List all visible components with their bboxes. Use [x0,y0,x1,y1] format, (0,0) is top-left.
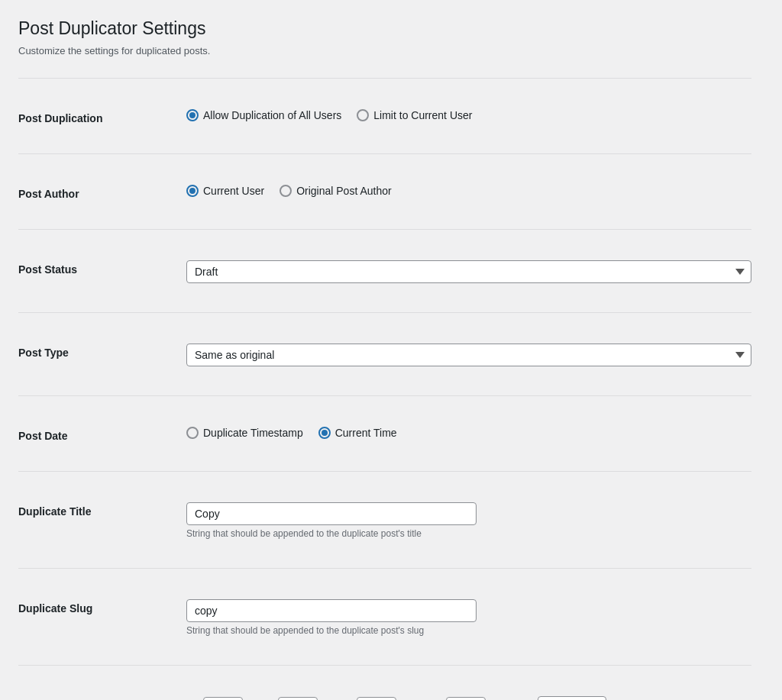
post-duplication-radio-group: Allow Duplication of All Users Limit to … [186,109,751,121]
post-author-control: Current User Original Post Author [186,185,751,197]
radio-limit-current[interactable]: Limit to Current User [357,109,472,121]
radio-allow-all[interactable]: Allow Duplication of All Users [186,109,341,121]
divider-6 [18,568,751,569]
radio-original-author-label: Original Post Author [296,185,392,197]
post-author-label: Post Author [18,185,186,200]
post-date-label: Post Date [18,427,186,442]
post-status-control: Draft Published Pending Review Private [186,260,751,283]
post-status-select[interactable]: Draft Published Pending Review Private [186,260,751,283]
post-type-label: Post Type [18,344,186,359]
duplicate-slug-description: String that should be appended to the du… [186,625,751,636]
post-type-select[interactable]: Same as original Post Page [186,344,751,366]
duplicate-slug-section: Duplicate Slug String that should be app… [18,572,751,662]
post-type-control: Same as original Post Page [186,344,751,366]
radio-original-author[interactable]: Original Post Author [280,185,392,197]
divider-2 [18,229,751,230]
duplicate-slug-input[interactable] [186,599,477,622]
radio-limit-current-input[interactable] [357,109,369,121]
offset-date-label: Offset Date [18,696,186,700]
radio-current-time-input[interactable] [318,427,331,439]
radio-duplicate-timestamp[interactable]: Duplicate Timestamp [186,427,303,439]
offset-minutes-input[interactable] [357,697,396,700]
page-subtitle: Customize the settings for duplicated po… [18,45,751,56]
duplicate-title-section: Duplicate Title String that should be ap… [18,475,751,565]
post-date-radio-group: Duplicate Timestamp Current Time [186,427,751,439]
post-status-row: Post Status Draft Published Pending Revi… [18,247,751,295]
offset-date-inputs: days hours minutes seconds newer older [186,696,751,700]
radio-limit-current-label: Limit to Current User [373,109,472,121]
post-status-label: Post Status [18,260,186,276]
duplicate-slug-label: Duplicate Slug [18,599,186,615]
duplicate-title-control: String that should be appended to the du… [186,502,751,539]
radio-current-time[interactable]: Current Time [318,427,397,439]
divider-4 [18,395,751,396]
post-date-control: Duplicate Timestamp Current Time [186,427,751,439]
post-type-section: Post Type Same as original Post Page [18,316,751,392]
radio-current-user-input[interactable] [186,185,199,197]
post-duplication-label: Post Duplication [18,109,186,124]
duplicate-title-input[interactable] [186,502,477,525]
offset-seconds-input[interactable] [446,697,486,700]
post-duplication-row: Post Duplication Allow Duplication of Al… [18,96,751,137]
offset-days-input[interactable] [203,697,243,700]
page-title: Post Duplicator Settings [18,18,751,39]
post-author-section: Post Author Current User Original Post A… [18,157,751,226]
divider-3 [18,312,751,313]
post-author-radio-group: Current User Original Post Author [186,185,751,197]
divider-top [18,78,751,79]
post-date-section: Post Date Duplicate Timestamp Current Ti… [18,399,751,468]
offset-date-row: Offset Date days hours minutes seconds n… [18,683,751,700]
divider-1 [18,153,751,154]
offset-date-control: days hours minutes seconds newer older [186,696,751,700]
radio-duplicate-timestamp-label: Duplicate Timestamp [203,427,303,439]
post-date-row: Post Date Duplicate Timestamp Current Ti… [18,414,751,454]
post-duplication-section: Post Duplication Allow Duplication of Al… [18,82,751,150]
settings-page: Post Duplicator Settings Customize the s… [18,18,751,700]
offset-date-section: Offset Date days hours minutes seconds n… [18,669,751,700]
offset-direction-select[interactable]: newer older [538,696,606,700]
duplicate-slug-row: Duplicate Slug String that should be app… [18,586,751,648]
radio-original-author-input[interactable] [280,185,292,197]
duplicate-title-row: Duplicate Title String that should be ap… [18,489,751,551]
divider-5 [18,471,751,472]
radio-current-user-label: Current User [203,185,264,197]
duplicate-slug-control: String that should be appended to the du… [186,599,751,636]
radio-allow-all-input[interactable] [186,109,199,121]
post-status-section: Post Status Draft Published Pending Revi… [18,233,751,309]
radio-allow-all-label: Allow Duplication of All Users [203,109,341,121]
radio-current-user[interactable]: Current User [186,185,264,197]
radio-current-time-label: Current Time [335,427,397,439]
duplicate-title-description: String that should be appended to the du… [186,528,751,539]
post-type-row: Post Type Same as original Post Page [18,331,751,379]
duplicate-title-label: Duplicate Title [18,502,186,518]
radio-duplicate-timestamp-input[interactable] [186,427,199,439]
post-duplication-control: Allow Duplication of All Users Limit to … [186,109,751,121]
divider-7 [18,665,751,666]
post-author-row: Post Author Current User Original Post A… [18,172,751,212]
offset-hours-input[interactable] [278,697,318,700]
